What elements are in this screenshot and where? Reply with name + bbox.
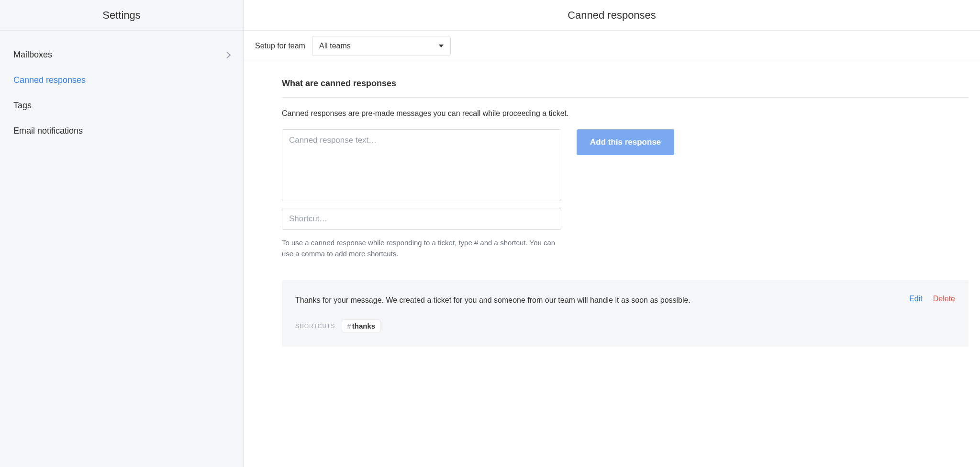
- chevron-right-icon: [224, 51, 231, 58]
- main-panel: Canned responses Setup for team All team…: [244, 0, 980, 467]
- form-fields: To use a canned response while respondin…: [282, 129, 561, 259]
- sidebar-item-label: Email notifications: [13, 126, 83, 136]
- team-toolbar: Setup for team All teams: [244, 31, 980, 61]
- sidebar-item-label: Tags: [13, 101, 32, 111]
- shortcuts-row: SHORTCUTS # thanks: [295, 319, 898, 332]
- shortcut-name: thanks: [352, 322, 375, 330]
- delete-link[interactable]: Delete: [933, 295, 955, 303]
- existing-response-body: Thanks for your message. We created a ti…: [295, 295, 898, 332]
- shortcut-chip: # thanks: [342, 319, 380, 332]
- hash-icon: #: [347, 322, 351, 330]
- existing-response-actions: Edit Delete: [909, 295, 955, 303]
- content-area: What are canned responses Canned respons…: [244, 61, 980, 364]
- sidebar-item-mailboxes[interactable]: Mailboxes: [0, 42, 243, 68]
- sidebar-nav: Mailboxes Canned responses Tags Email no…: [0, 31, 243, 155]
- sidebar-item-canned-responses[interactable]: Canned responses: [0, 68, 243, 93]
- sidebar-item-tags[interactable]: Tags: [0, 93, 243, 118]
- shortcut-help-text: To use a canned response while respondin…: [282, 238, 561, 259]
- sidebar-title: Settings: [102, 9, 141, 22]
- existing-response-text: Thanks for your message. We created a ti…: [295, 295, 898, 306]
- team-select[interactable]: All teams: [312, 36, 451, 56]
- sidebar-item-label: Mailboxes: [13, 50, 52, 60]
- sidebar-item-label: Canned responses: [13, 75, 86, 85]
- main-header: Canned responses: [244, 0, 980, 31]
- edit-link[interactable]: Edit: [909, 295, 923, 303]
- section-title: What are canned responses: [282, 79, 969, 98]
- shortcut-input[interactable]: [282, 208, 561, 230]
- team-select-value: All teams: [319, 42, 351, 50]
- sidebar-header: Settings: [0, 0, 243, 31]
- sidebar-item-email-notifications[interactable]: Email notifications: [0, 118, 243, 144]
- settings-sidebar: Settings Mailboxes Canned responses Tags…: [0, 0, 244, 467]
- section-description: Canned responses are pre-made messages y…: [282, 109, 969, 118]
- existing-responses-list: Thanks for your message. We created a ti…: [282, 280, 969, 347]
- new-response-form: To use a canned response while respondin…: [282, 129, 969, 259]
- shortcuts-label: SHORTCUTS: [295, 323, 335, 330]
- existing-response-item: Thanks for your message. We created a ti…: [282, 280, 969, 347]
- caret-down-icon: [439, 45, 444, 47]
- add-response-button[interactable]: Add this response: [577, 129, 674, 155]
- setup-for-team-label: Setup for team: [255, 42, 305, 50]
- page-title: Canned responses: [568, 9, 656, 22]
- canned-response-textarea[interactable]: [282, 129, 561, 201]
